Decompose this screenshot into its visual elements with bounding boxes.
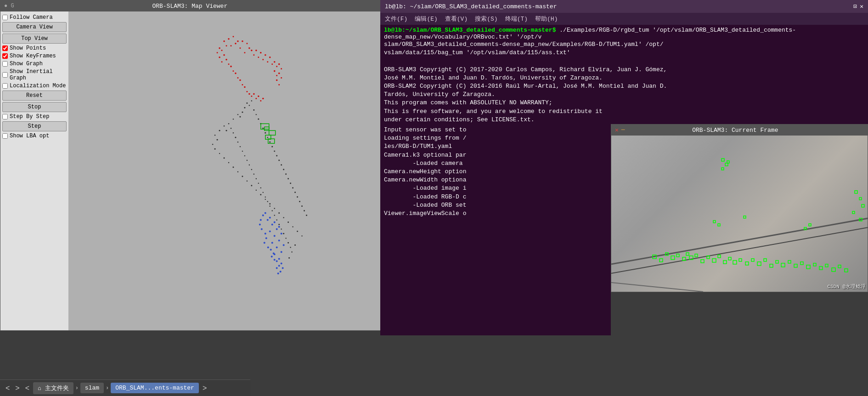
show-lba-opt-checkbox[interactable]: Show LBA opt — [2, 133, 67, 139]
svg-rect-181 — [265, 127, 269, 130]
svg-point-65 — [212, 144, 213, 145]
follow-camera-input[interactable] — [2, 15, 8, 20]
svg-point-167 — [277, 272, 279, 274]
svg-point-125 — [219, 57, 220, 58]
localization-mode-input[interactable] — [2, 83, 8, 89]
svg-point-99 — [251, 50, 253, 51]
menu-terminal[interactable]: 终端(T) — [505, 15, 528, 23]
svg-point-146 — [274, 221, 276, 223]
svg-rect-231 — [713, 221, 716, 223]
lower-line-8: -Loaded image i — [384, 184, 607, 192]
frame-close-btn[interactable]: ✕ — [615, 126, 619, 134]
svg-point-10 — [258, 119, 259, 120]
svg-point-53 — [274, 215, 275, 216]
svg-point-158 — [281, 251, 282, 253]
svg-point-101 — [255, 50, 257, 51]
menu-search[interactable]: 搜索(S) — [475, 15, 497, 23]
svg-point-178 — [271, 255, 273, 257]
taskbar: < > < ⌂ 主文件夹 › slam › ORB_SLAM...ents-ma… — [0, 379, 250, 396]
frame-min-btn[interactable]: ─ — [621, 126, 625, 134]
svg-rect-206 — [701, 260, 704, 263]
follow-camera-checkbox[interactable]: Follow Camera — [2, 14, 67, 21]
taskbar-back-button[interactable]: < — [4, 383, 11, 393]
svg-point-60 — [287, 242, 289, 243]
taskbar-forward-button[interactable]: > — [13, 383, 21, 393]
taskbar-slam-item[interactable]: slam — [80, 383, 104, 393]
svg-point-102 — [258, 57, 259, 58]
menu-view[interactable]: 查看(V) — [445, 15, 468, 23]
menu-file[interactable]: 文件(F) — [385, 15, 407, 23]
step-button[interactable]: Step — [2, 121, 67, 131]
show-lba-opt-input[interactable] — [2, 133, 8, 139]
svg-point-124 — [217, 52, 218, 53]
taskbar-prev-button[interactable]: < — [23, 383, 31, 393]
svg-point-75 — [256, 190, 257, 191]
lower-line-2: Loading settings from / — [384, 134, 607, 142]
show-graph-checkbox[interactable]: Show Graph — [2, 61, 67, 67]
svg-point-0 — [246, 102, 248, 104]
show-inertial-graph-checkbox[interactable]: Show Inertial Graph — [2, 68, 67, 81]
svg-point-90 — [232, 36, 234, 37]
camera-view-button[interactable]: Camera View — [2, 22, 67, 32]
close-icon[interactable]: ✕ — [860, 3, 863, 10]
localization-mode-checkbox[interactable]: Localization Mode — [2, 83, 67, 89]
stop-button[interactable]: Stop — [2, 102, 67, 112]
taskbar-project-label: ORB_SLAM...ents-master — [115, 385, 194, 391]
reset-button[interactable]: Reset — [2, 91, 67, 101]
home-icon: ⌂ — [38, 385, 45, 392]
show-graph-label: Show Graph — [10, 61, 43, 67]
show-points-input[interactable] — [2, 45, 8, 51]
maximize-icon[interactable]: ⊡ — [853, 3, 857, 10]
svg-point-14 — [262, 128, 264, 129]
svg-point-114 — [276, 75, 277, 76]
svg-point-69 — [228, 162, 229, 163]
svg-point-15 — [233, 132, 234, 133]
svg-rect-210 — [723, 260, 727, 264]
svg-point-22 — [269, 141, 271, 143]
svg-point-6 — [253, 109, 254, 111]
svg-point-105 — [265, 54, 266, 56]
svg-point-160 — [278, 258, 280, 260]
svg-point-3 — [251, 100, 252, 101]
svg-point-34 — [283, 169, 284, 170]
svg-point-143 — [262, 98, 264, 100]
show-graph-input[interactable] — [2, 61, 8, 67]
taskbar-project-item[interactable]: ORB_SLAM...ents-master — [111, 383, 199, 393]
svg-rect-212 — [733, 260, 737, 264]
svg-point-47 — [267, 201, 268, 202]
svg-point-48 — [299, 201, 300, 202]
step-by-step-label: Step By Step — [10, 113, 49, 120]
svg-point-29 — [247, 160, 248, 161]
svg-point-126 — [221, 61, 223, 62]
top-view-button[interactable]: Top View — [2, 34, 67, 44]
taskbar-slam-label: slam — [85, 385, 99, 391]
show-points-checkbox[interactable]: Show Points — [2, 45, 67, 51]
svg-point-123 — [223, 54, 225, 56]
svg-rect-227 — [825, 264, 828, 267]
svg-rect-215 — [751, 259, 754, 261]
show-inertial-graph-input[interactable] — [2, 72, 8, 78]
svg-point-138 — [251, 96, 252, 97]
lower-line-3: les/RGB-D/TUM1.yaml — [384, 142, 607, 151]
terminal-line-6: ORB-SLAM2 Copyright (C) 2014-2016 Raúl M… — [384, 82, 864, 91]
taskbar-next-button[interactable]: > — [201, 383, 209, 393]
svg-rect-216 — [757, 262, 761, 266]
svg-rect-194 — [862, 204, 864, 207]
show-keyframes-checkbox[interactable]: Show KeyFrames — [2, 53, 67, 59]
svg-point-18 — [226, 130, 227, 131]
svg-point-46 — [297, 196, 298, 198]
terminal-line-9: This is free software, and you are welco… — [384, 107, 864, 116]
menu-edit[interactable]: 编辑(E) — [415, 15, 437, 23]
show-keyframes-input[interactable] — [2, 53, 8, 59]
lower-line-5: -Loaded camera — [384, 159, 607, 168]
svg-rect-230 — [845, 269, 848, 272]
frame-watermark: CSDN @水理鲶浮 — [827, 283, 866, 290]
step-by-step-input[interactable] — [2, 114, 8, 119]
step-by-step-checkbox[interactable]: Step By Step — [2, 113, 67, 120]
show-points-label: Show Points — [10, 45, 46, 51]
svg-rect-209 — [718, 255, 721, 258]
svg-point-91 — [237, 40, 239, 42]
menu-help[interactable]: 帮助(H) — [535, 15, 558, 23]
svg-point-2 — [244, 107, 245, 108]
taskbar-home-item[interactable]: ⌂ 主文件夹 — [33, 382, 73, 394]
